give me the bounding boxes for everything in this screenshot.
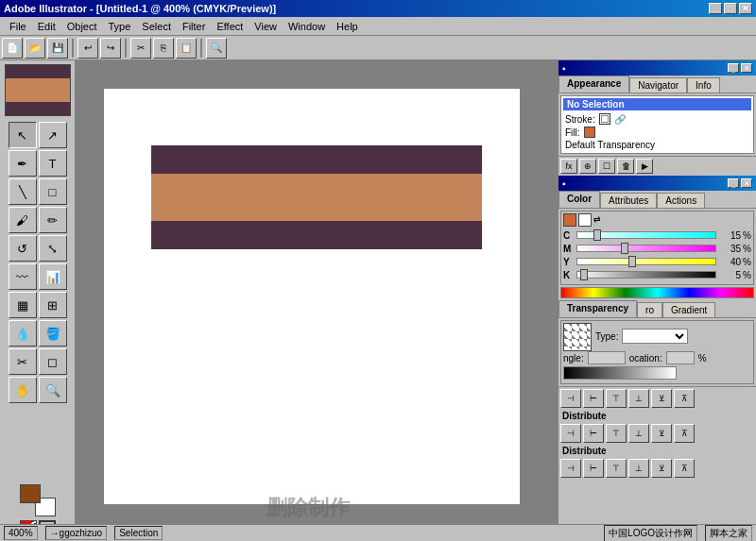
- eyedropper-tool[interactable]: 💧: [9, 320, 37, 347]
- tab-attributes[interactable]: Attributes: [600, 193, 657, 208]
- ap-fx-btn[interactable]: fx: [560, 159, 577, 174]
- menu-filter[interactable]: Filter: [177, 19, 211, 34]
- menu-view[interactable]: View: [249, 19, 283, 34]
- gradient-tool[interactable]: ▦: [9, 292, 37, 318]
- align-top-btn[interactable]: ⊥: [628, 389, 649, 408]
- color-swap-icon[interactable]: ⇄: [593, 214, 605, 226]
- mesh-tool[interactable]: ⊞: [39, 292, 67, 318]
- align-center-v-btn[interactable]: ⊻: [651, 389, 672, 408]
- fg-bg-swatches[interactable]: [20, 484, 56, 516]
- maximize-btn[interactable]: □: [724, 3, 737, 14]
- toolbar-new[interactable]: 📄: [2, 38, 23, 59]
- menu-type[interactable]: Type: [103, 19, 137, 34]
- direct-selection-tool[interactable]: ↗: [39, 122, 67, 148]
- dist-btn-2[interactable]: ⊢: [583, 424, 604, 443]
- align-center-h-btn[interactable]: ⊢: [583, 389, 604, 408]
- dist2-btn-5[interactable]: ⊻: [651, 459, 672, 478]
- ap-menu-btn[interactable]: ▶: [636, 159, 653, 174]
- toolbar-zoom[interactable]: 🔍: [206, 38, 227, 59]
- scale-tool[interactable]: ⤡: [39, 235, 67, 262]
- dist2-btn-1[interactable]: ⊣: [560, 459, 581, 478]
- menu-object[interactable]: Object: [61, 19, 103, 34]
- k-slider[interactable]: [576, 269, 716, 280]
- m-slider[interactable]: [576, 243, 716, 254]
- ap-delete-btn[interactable]: 🗑: [617, 159, 634, 174]
- tab-info[interactable]: Info: [687, 77, 720, 93]
- dist-btn-3[interactable]: ⊤: [606, 424, 627, 443]
- zoom-tool-btn[interactable]: 🔍: [39, 377, 67, 403]
- paint-bucket-tool[interactable]: 🪣: [39, 320, 67, 347]
- dist2-btn-6[interactable]: ⊼: [674, 459, 695, 478]
- tab-actions[interactable]: Actions: [657, 193, 705, 208]
- menu-help[interactable]: Help: [331, 19, 364, 34]
- location-input[interactable]: [666, 351, 695, 364]
- gradient-bar[interactable]: [563, 366, 677, 380]
- tab-pro[interactable]: ro: [637, 302, 662, 317]
- align-bottom-btn[interactable]: ⊼: [674, 389, 695, 408]
- pen-tool[interactable]: ✒: [9, 150, 37, 177]
- color-fg-swatch[interactable]: [563, 213, 576, 227]
- eraser-tool[interactable]: ◻: [39, 348, 67, 375]
- rect-tool[interactable]: □: [39, 178, 67, 205]
- pencil-tool[interactable]: ✏: [39, 207, 67, 233]
- appearance-minimize-btn[interactable]: _: [728, 63, 739, 73]
- menu-file[interactable]: File: [4, 19, 32, 34]
- k-thumb[interactable]: [580, 269, 588, 280]
- selection-tool[interactable]: ↖: [9, 122, 37, 148]
- tab-navigator[interactable]: Navigator: [629, 77, 687, 93]
- ap-new-btn[interactable]: ☐: [598, 159, 615, 174]
- tab-transparency[interactable]: Transparency: [558, 300, 637, 317]
- fill-swatch[interactable]: [584, 127, 595, 138]
- dist-btn-4[interactable]: ⊥: [628, 424, 649, 443]
- dist-btn-5[interactable]: ⊻: [651, 424, 672, 443]
- toolbar-open[interactable]: 📂: [25, 38, 45, 59]
- rotate-tool[interactable]: ↺: [9, 235, 37, 262]
- menu-select[interactable]: Select: [136, 19, 177, 34]
- color-close-btn[interactable]: ✕: [741, 178, 752, 188]
- graph-tool[interactable]: 📊: [39, 263, 67, 290]
- align-left-btn[interactable]: ⊣: [560, 389, 581, 408]
- close-btn[interactable]: ✕: [739, 3, 752, 14]
- type-select[interactable]: [622, 329, 688, 344]
- tab-appearance[interactable]: Appearance: [558, 76, 629, 93]
- warp-tool[interactable]: 〰: [9, 263, 37, 290]
- color-bg-swatch[interactable]: [578, 213, 592, 227]
- dist2-btn-2[interactable]: ⊢: [583, 459, 604, 478]
- color-spectrum-bar[interactable]: [560, 287, 754, 298]
- dist2-btn-3[interactable]: ⊤: [606, 459, 627, 478]
- y-thumb[interactable]: [628, 256, 636, 267]
- color-minimize-btn[interactable]: _: [728, 178, 739, 188]
- menu-effect[interactable]: Effect: [211, 19, 249, 34]
- line-tool[interactable]: ╲: [9, 178, 37, 205]
- canvas-area[interactable]: 删除制作: [76, 60, 558, 541]
- stroke-swatch[interactable]: [599, 113, 610, 125]
- toolbar-copy[interactable]: ⎘: [153, 38, 174, 59]
- menu-edit[interactable]: Edit: [32, 19, 61, 34]
- y-slider[interactable]: [576, 256, 716, 267]
- c-thumb[interactable]: [593, 229, 601, 241]
- artwork[interactable]: [151, 145, 482, 249]
- toolbar-cut[interactable]: ✂: [130, 38, 151, 59]
- menu-window[interactable]: Window: [283, 19, 331, 34]
- toolbar-redo[interactable]: ↪: [100, 38, 121, 59]
- brush-tool[interactable]: 🖌: [9, 207, 37, 233]
- toolbar-undo[interactable]: ↩: [77, 38, 98, 59]
- angle-input[interactable]: [588, 351, 626, 364]
- align-right-btn[interactable]: ⊤: [606, 389, 627, 408]
- ap-add-btn[interactable]: ⊕: [579, 159, 596, 174]
- toolbar-save[interactable]: 💾: [47, 38, 68, 59]
- type-tool[interactable]: T: [39, 150, 67, 177]
- tab-gradient[interactable]: Gradient: [662, 302, 715, 317]
- c-slider[interactable]: [576, 229, 716, 241]
- minimize-btn[interactable]: _: [709, 3, 722, 14]
- dist-btn-1[interactable]: ⊣: [560, 424, 581, 443]
- appearance-close-btn[interactable]: ✕: [741, 63, 752, 73]
- scissors-tool[interactable]: ✂: [9, 348, 37, 375]
- tab-color[interactable]: Color: [558, 191, 600, 208]
- m-thumb[interactable]: [621, 243, 628, 254]
- dist-btn-6[interactable]: ⊼: [674, 424, 695, 443]
- foreground-color-swatch[interactable]: [20, 484, 41, 503]
- dist2-btn-4[interactable]: ⊥: [628, 459, 649, 478]
- toolbar-paste[interactable]: 📋: [176, 38, 197, 59]
- hand-tool[interactable]: ✋: [9, 377, 37, 403]
